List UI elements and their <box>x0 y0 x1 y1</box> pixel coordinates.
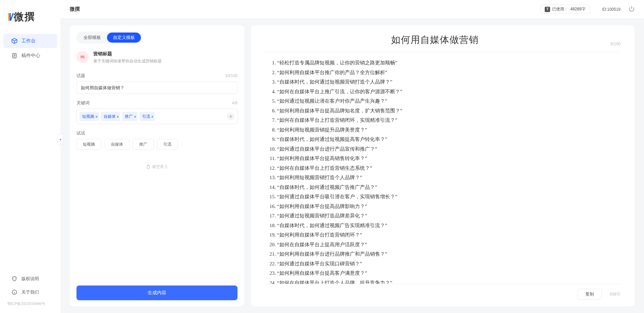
clipboard-icon <box>146 165 151 169</box>
nav-item-label: 版权说明 <box>21 276 39 282</box>
doc-line: “如何在自媒体平台上提高用户活跃度？” <box>277 240 619 250</box>
doc-line: “如何通过短视频营销打造品牌差异化？” <box>277 211 619 221</box>
panel-output: 如何用自媒体做营销 9/100 “轻松打造专属品牌短视频，让你的营销之路更加顺畅… <box>251 25 635 306</box>
power-icon[interactable] <box>629 6 635 13</box>
doc-line: “如何通过自媒体平台吸引潜在客户，实现销售增长？” <box>277 192 619 202</box>
doc-line: “如何在自媒体平台上打造营销生态系统？” <box>277 163 619 173</box>
template-desc: 基于关键词快速帮你自动生成营销标题 <box>93 58 162 64</box>
doc-line: “如何利用短视频营销打造个人品牌？” <box>277 173 619 182</box>
svg-rect-2 <box>147 165 150 168</box>
usage-value: 48289字 <box>570 6 585 12</box>
logo-text: 微撰 <box>14 10 35 24</box>
nav-item-workspace[interactable]: 工作台 <box>3 34 57 48</box>
usage-badge: T 已使用： 48289字 <box>540 5 590 14</box>
try-option-button[interactable]: 自媒体 <box>105 139 129 150</box>
tag-remove-icon[interactable]: x <box>117 114 119 118</box>
panel-config: 全部模板 自定义模板 Hi 营销标题 基于关键词快速帮你自动生成营销标题 话题 … <box>70 25 244 306</box>
doc-line: “自媒体时代，如何通过短视频营销打造个人品牌？” <box>277 77 619 87</box>
form-block-try: 试试 短视频自媒体推广引流 <box>76 130 237 150</box>
keywords-count: 4/6 <box>232 101 237 105</box>
doc-char-count: 658字 <box>610 292 621 297</box>
sidebar-collapse-handle[interactable] <box>58 134 63 145</box>
tag-remove-icon[interactable]: x <box>152 114 154 118</box>
generate-button[interactable]: 生成内容 <box>76 285 237 300</box>
keywords-label: 关键词 <box>76 100 232 106</box>
doc-line: “自媒体时代，如何通过视频广告推广产品？” <box>277 182 619 192</box>
keyword-tag[interactable]: 推广 x <box>122 112 138 121</box>
doc-icon <box>11 53 17 59</box>
main: 微撰 T 已使用： 48289字 ID:100519 全部模板 自定义模板 Hi… <box>60 0 644 313</box>
template-title: 营销标题 <box>93 51 162 57</box>
form-block-keywords: 关键词 4/6 短视频 x自媒体 x推广 x引流 x <box>76 100 237 124</box>
logo: \\/ 微撰 <box>0 7 60 34</box>
doc-line: “如何利用自媒体平台提高客户满意度？” <box>277 268 619 278</box>
keyword-tag[interactable]: 短视频 x <box>79 112 99 121</box>
nav-item-label: 工作台 <box>21 38 36 44</box>
topic-label: 话题 <box>76 73 225 79</box>
keyword-tag[interactable]: 引流 x <box>140 112 155 121</box>
topic-input[interactable] <box>76 82 237 94</box>
doc-line: “如何通过自媒体平台实现口碑营销？” <box>277 259 619 269</box>
template-icon: Hi <box>76 51 89 63</box>
nav-item-drafts[interactable]: 稿件中心 <box>3 49 57 63</box>
copy-button[interactable]: 复制 <box>578 289 602 300</box>
shield-icon <box>11 276 17 282</box>
nav-item-label: 关于我们 <box>21 289 39 295</box>
doc-line: “如何利用自媒体平台进行品牌推广和产品销售？” <box>277 249 619 259</box>
doc-line: “如何在自媒体平台上推广引流，让你的客户源源不断？” <box>277 87 619 97</box>
page-title: 微撰 <box>70 6 80 12</box>
nav-item-copyright[interactable]: 版权说明 <box>3 272 57 285</box>
keywords-input[interactable]: 短视频 x自媒体 x推广 x引流 x <box>76 109 237 124</box>
try-option-button[interactable]: 短视频 <box>76 139 101 150</box>
try-label: 试试 <box>76 130 237 136</box>
doc-body[interactable]: “轻松打造专属品牌短视频，让你的营销之路更加顺畅”“如何利用自媒体平台推广你的产… <box>265 52 621 284</box>
usage-label: 已使用： <box>552 6 568 12</box>
try-option-button[interactable]: 推广 <box>133 139 154 150</box>
icp-text: 鄂ICP备2022016946号 <box>0 299 60 306</box>
cube-icon <box>11 38 17 44</box>
tabs: 全部模板 自定义模板 <box>76 32 142 44</box>
doc-line: “如何通过自媒体平台进行产品宣传和推广？” <box>277 144 619 154</box>
nav-primary: 工作台 稿件中心 <box>0 34 60 63</box>
text-icon: T <box>545 7 550 12</box>
doc-title[interactable]: 如何用自媒体做营销 <box>265 34 605 46</box>
try-option-button[interactable]: 引流 <box>157 139 178 150</box>
doc-line: “如何利用短视频营销提升品牌美誉度？” <box>277 125 619 135</box>
nav-footer: 版权说明 关于我们 <box>0 272 60 299</box>
tab-custom-template[interactable]: 自定义模板 <box>107 33 141 43</box>
doc-line: “如何在自媒体平台上打造个人品牌，提升竞争力？” <box>277 278 619 284</box>
empty-hint: 请空录入 <box>76 164 237 170</box>
doc-line: “如何通过短视频让潜在客户对你产品产生兴趣？” <box>277 96 619 106</box>
doc-line: “自媒体时代，如何通过视频广告实现精准引流？” <box>277 221 619 230</box>
keyword-tag[interactable]: 自媒体 x <box>101 112 120 121</box>
doc-line: “如何在自媒体平台上打造营销闭环，实现精准引流？” <box>277 115 619 125</box>
info-icon <box>11 289 17 295</box>
logo-mark: \\/ <box>7 11 12 23</box>
doc-line: “轻松打造专属品牌短视频，让你的营销之路更加顺畅” <box>277 58 619 68</box>
doc-line: “如何利用自媒体平台推广你的产品？全方位解析” <box>277 68 619 77</box>
tag-remove-icon[interactable]: x <box>96 114 98 118</box>
doc-title-count: 9/100 <box>610 42 621 46</box>
keywords-clear-button[interactable] <box>227 113 234 120</box>
nav-item-about[interactable]: 关于我们 <box>3 286 57 299</box>
doc-line: “自媒体时代，如何通过短视频提高客户转化率？” <box>277 135 619 144</box>
template-card: Hi 营销标题 基于关键词快速帮你自动生成营销标题 <box>76 51 237 64</box>
doc-line: “如何利用自媒体平台打造营销闭环？” <box>277 230 619 240</box>
topbar: 微撰 T 已使用： 48289字 ID:100519 <box>60 0 644 19</box>
doc-line: “如何利用自媒体平台提高品牌影响力？” <box>277 202 619 211</box>
tag-remove-icon[interactable]: x <box>134 114 136 118</box>
topic-count: 10/100 <box>225 73 237 78</box>
tab-all-templates[interactable]: 全部模板 <box>77 33 107 43</box>
user-id: ID:100519 <box>602 7 621 12</box>
sidebar: \\/ 微撰 工作台 稿件中心 版权说明 关 <box>0 0 60 313</box>
form-block-topic: 话题 10/100 <box>76 73 237 94</box>
doc-line: “如何利用自媒体平台提高品牌知名度，扩大销售范围？” <box>277 106 619 116</box>
doc-line: “如何利用自媒体平台提高销售转化率？” <box>277 154 619 163</box>
nav-item-label: 稿件中心 <box>21 53 40 59</box>
